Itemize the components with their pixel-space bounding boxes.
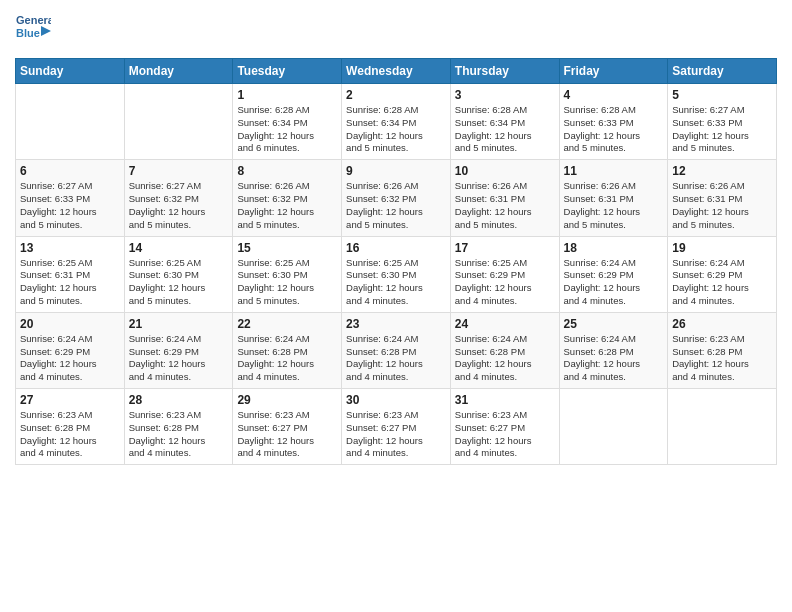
calendar-cell: 20Sunrise: 6:24 AM Sunset: 6:29 PM Dayli… (16, 312, 125, 388)
calendar-cell: 4Sunrise: 6:28 AM Sunset: 6:33 PM Daylig… (559, 84, 668, 160)
weekday-header: Wednesday (342, 59, 451, 84)
calendar-cell: 8Sunrise: 6:26 AM Sunset: 6:32 PM Daylig… (233, 160, 342, 236)
calendar-cell: 7Sunrise: 6:27 AM Sunset: 6:32 PM Daylig… (124, 160, 233, 236)
day-info: Sunrise: 6:25 AM Sunset: 6:30 PM Dayligh… (346, 257, 446, 308)
day-info: Sunrise: 6:23 AM Sunset: 6:28 PM Dayligh… (129, 409, 229, 460)
day-number: 16 (346, 241, 446, 255)
day-number: 8 (237, 164, 337, 178)
day-info: Sunrise: 6:25 AM Sunset: 6:30 PM Dayligh… (237, 257, 337, 308)
calendar-cell: 1Sunrise: 6:28 AM Sunset: 6:34 PM Daylig… (233, 84, 342, 160)
weekday-header: Tuesday (233, 59, 342, 84)
day-info: Sunrise: 6:25 AM Sunset: 6:30 PM Dayligh… (129, 257, 229, 308)
day-number: 5 (672, 88, 772, 102)
svg-text:Blue: Blue (16, 27, 40, 39)
day-number: 24 (455, 317, 555, 331)
calendar-cell: 25Sunrise: 6:24 AM Sunset: 6:28 PM Dayli… (559, 312, 668, 388)
day-info: Sunrise: 6:24 AM Sunset: 6:28 PM Dayligh… (237, 333, 337, 384)
calendar-cell: 31Sunrise: 6:23 AM Sunset: 6:27 PM Dayli… (450, 389, 559, 465)
day-info: Sunrise: 6:28 AM Sunset: 6:33 PM Dayligh… (564, 104, 664, 155)
calendar-cell: 17Sunrise: 6:25 AM Sunset: 6:29 PM Dayli… (450, 236, 559, 312)
day-number: 2 (346, 88, 446, 102)
day-number: 23 (346, 317, 446, 331)
day-info: Sunrise: 6:24 AM Sunset: 6:29 PM Dayligh… (672, 257, 772, 308)
day-number: 14 (129, 241, 229, 255)
calendar-cell: 14Sunrise: 6:25 AM Sunset: 6:30 PM Dayli… (124, 236, 233, 312)
calendar-cell: 3Sunrise: 6:28 AM Sunset: 6:34 PM Daylig… (450, 84, 559, 160)
calendar-header: SundayMondayTuesdayWednesdayThursdayFrid… (16, 59, 777, 84)
day-number: 11 (564, 164, 664, 178)
day-info: Sunrise: 6:28 AM Sunset: 6:34 PM Dayligh… (237, 104, 337, 155)
logo-svg: General Blue (15, 10, 51, 46)
calendar-cell: 18Sunrise: 6:24 AM Sunset: 6:29 PM Dayli… (559, 236, 668, 312)
page-header: General Blue (15, 10, 777, 50)
day-info: Sunrise: 6:23 AM Sunset: 6:28 PM Dayligh… (672, 333, 772, 384)
day-info: Sunrise: 6:24 AM Sunset: 6:28 PM Dayligh… (564, 333, 664, 384)
day-info: Sunrise: 6:25 AM Sunset: 6:31 PM Dayligh… (20, 257, 120, 308)
calendar-cell: 27Sunrise: 6:23 AM Sunset: 6:28 PM Dayli… (16, 389, 125, 465)
day-number: 29 (237, 393, 337, 407)
calendar-cell: 23Sunrise: 6:24 AM Sunset: 6:28 PM Dayli… (342, 312, 451, 388)
day-info: Sunrise: 6:24 AM Sunset: 6:29 PM Dayligh… (129, 333, 229, 384)
day-info: Sunrise: 6:23 AM Sunset: 6:27 PM Dayligh… (237, 409, 337, 460)
day-info: Sunrise: 6:23 AM Sunset: 6:28 PM Dayligh… (20, 409, 120, 460)
day-number: 21 (129, 317, 229, 331)
calendar-table: SundayMondayTuesdayWednesdayThursdayFrid… (15, 58, 777, 465)
day-info: Sunrise: 6:27 AM Sunset: 6:32 PM Dayligh… (129, 180, 229, 231)
day-info: Sunrise: 6:28 AM Sunset: 6:34 PM Dayligh… (455, 104, 555, 155)
calendar-cell: 11Sunrise: 6:26 AM Sunset: 6:31 PM Dayli… (559, 160, 668, 236)
day-number: 9 (346, 164, 446, 178)
day-number: 1 (237, 88, 337, 102)
day-number: 18 (564, 241, 664, 255)
day-info: Sunrise: 6:23 AM Sunset: 6:27 PM Dayligh… (346, 409, 446, 460)
day-number: 30 (346, 393, 446, 407)
day-number: 27 (20, 393, 120, 407)
day-info: Sunrise: 6:26 AM Sunset: 6:31 PM Dayligh… (672, 180, 772, 231)
calendar-cell: 30Sunrise: 6:23 AM Sunset: 6:27 PM Dayli… (342, 389, 451, 465)
weekday-header: Monday (124, 59, 233, 84)
calendar-cell: 9Sunrise: 6:26 AM Sunset: 6:32 PM Daylig… (342, 160, 451, 236)
day-info: Sunrise: 6:26 AM Sunset: 6:32 PM Dayligh… (237, 180, 337, 231)
calendar-cell (124, 84, 233, 160)
calendar-cell: 29Sunrise: 6:23 AM Sunset: 6:27 PM Dayli… (233, 389, 342, 465)
day-info: Sunrise: 6:27 AM Sunset: 6:33 PM Dayligh… (20, 180, 120, 231)
day-number: 10 (455, 164, 555, 178)
calendar-cell: 22Sunrise: 6:24 AM Sunset: 6:28 PM Dayli… (233, 312, 342, 388)
weekday-header: Thursday (450, 59, 559, 84)
day-number: 28 (129, 393, 229, 407)
day-number: 25 (564, 317, 664, 331)
day-number: 15 (237, 241, 337, 255)
day-number: 4 (564, 88, 664, 102)
calendar-cell (16, 84, 125, 160)
day-info: Sunrise: 6:23 AM Sunset: 6:27 PM Dayligh… (455, 409, 555, 460)
day-number: 3 (455, 88, 555, 102)
day-info: Sunrise: 6:24 AM Sunset: 6:28 PM Dayligh… (346, 333, 446, 384)
weekday-header: Saturday (668, 59, 777, 84)
logo: General Blue (15, 10, 57, 50)
calendar-cell: 13Sunrise: 6:25 AM Sunset: 6:31 PM Dayli… (16, 236, 125, 312)
weekday-header: Friday (559, 59, 668, 84)
day-info: Sunrise: 6:28 AM Sunset: 6:34 PM Dayligh… (346, 104, 446, 155)
calendar-cell: 10Sunrise: 6:26 AM Sunset: 6:31 PM Dayli… (450, 160, 559, 236)
day-info: Sunrise: 6:24 AM Sunset: 6:29 PM Dayligh… (564, 257, 664, 308)
day-number: 26 (672, 317, 772, 331)
day-number: 31 (455, 393, 555, 407)
day-number: 13 (20, 241, 120, 255)
day-info: Sunrise: 6:26 AM Sunset: 6:31 PM Dayligh… (455, 180, 555, 231)
calendar-cell: 21Sunrise: 6:24 AM Sunset: 6:29 PM Dayli… (124, 312, 233, 388)
weekday-header: Sunday (16, 59, 125, 84)
svg-text:General: General (16, 14, 51, 26)
calendar-cell: 19Sunrise: 6:24 AM Sunset: 6:29 PM Dayli… (668, 236, 777, 312)
calendar-cell: 5Sunrise: 6:27 AM Sunset: 6:33 PM Daylig… (668, 84, 777, 160)
calendar-cell: 16Sunrise: 6:25 AM Sunset: 6:30 PM Dayli… (342, 236, 451, 312)
day-info: Sunrise: 6:26 AM Sunset: 6:32 PM Dayligh… (346, 180, 446, 231)
day-info: Sunrise: 6:27 AM Sunset: 6:33 PM Dayligh… (672, 104, 772, 155)
calendar-cell: 28Sunrise: 6:23 AM Sunset: 6:28 PM Dayli… (124, 389, 233, 465)
day-number: 6 (20, 164, 120, 178)
day-number: 17 (455, 241, 555, 255)
day-info: Sunrise: 6:24 AM Sunset: 6:29 PM Dayligh… (20, 333, 120, 384)
day-info: Sunrise: 6:24 AM Sunset: 6:28 PM Dayligh… (455, 333, 555, 384)
calendar-cell (668, 389, 777, 465)
calendar-cell: 6Sunrise: 6:27 AM Sunset: 6:33 PM Daylig… (16, 160, 125, 236)
day-number: 12 (672, 164, 772, 178)
day-number: 20 (20, 317, 120, 331)
